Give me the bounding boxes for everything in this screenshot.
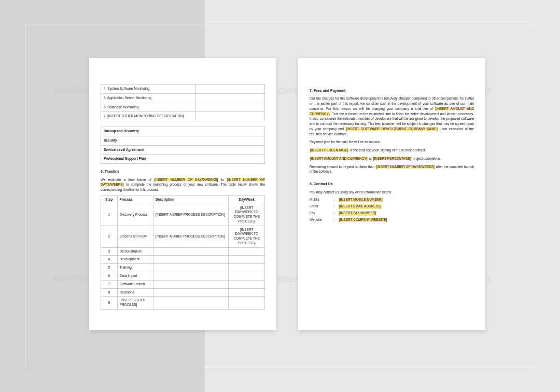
section-8-title: 8. Contact Us bbox=[310, 181, 474, 186]
monitoring-item: 5. Application Server Monitoring bbox=[101, 93, 196, 103]
timeline-table: Step Process Description Day/Week 1Disco… bbox=[101, 195, 265, 310]
section-7-title: 7. Fees and Payment bbox=[310, 88, 474, 93]
placeholder: [INSERT AMOUNT AND CURRENCY] bbox=[310, 157, 368, 160]
placeholder: [INSERT FAX NUMBER] bbox=[339, 211, 376, 216]
support-table: Backup and Recovery Security Service Lev… bbox=[101, 127, 265, 164]
monitoring-item: 6. Database Monitoring bbox=[101, 103, 196, 112]
table-row: 2Screens and Flow[INSERT A BRIEF PROCESS… bbox=[101, 226, 265, 247]
payment-line-1: [INSERT PERCENTAGE] of the total fee upo… bbox=[310, 148, 474, 153]
placeholder: [INSERT NUMBER OF DAYS/WEEKS] bbox=[375, 165, 435, 169]
placeholder: [INSERT MOBILE NUMBER] bbox=[339, 198, 383, 202]
section-6-text: We estimate a time frame of [INSERT NUMB… bbox=[101, 177, 265, 192]
support-item: Security bbox=[101, 136, 265, 145]
monitoring-item: 7. [INSERT OTHER MONITORING SPECIFICATIO… bbox=[101, 112, 196, 121]
section-6-title: 6. Timeline bbox=[101, 169, 265, 174]
col-description: Description bbox=[153, 195, 229, 204]
monitoring-table: 4. System Software Monitoring 5. Applica… bbox=[101, 84, 265, 121]
contact-email: Email:[INSERT EMAIL ADDRESS] bbox=[310, 204, 474, 209]
placeholder: [INSERT SOFTWARE DEVELOPMENT COMPANY NAM… bbox=[345, 127, 438, 131]
contact-intro: You may contact us using any of the info… bbox=[310, 190, 474, 195]
placeholder: [INSERT COMPANY WEBSITE] bbox=[339, 218, 387, 222]
support-item: Service Level Agreement bbox=[101, 145, 265, 155]
col-day: Day/Week bbox=[229, 195, 265, 204]
col-process: Process bbox=[117, 195, 153, 204]
contact-mobile: Mobile:[INSERT MOBILE NUMBER] bbox=[310, 198, 474, 202]
table-row: 9[INSERT OTHER PROCESS] bbox=[101, 297, 265, 310]
payment-line-3: Remaining amount to be paid not later th… bbox=[310, 164, 474, 175]
monitoring-item: 4. System Software Monitoring bbox=[101, 85, 196, 94]
payment-plan-intro: Payment plan for the said fee will be as… bbox=[310, 139, 474, 145]
placeholder: [INSERT PERCENTAGE] bbox=[310, 148, 348, 152]
placeholder: [INSERT PERCENTAGE] bbox=[373, 157, 412, 160]
contact-website: Website:[INSERT COMPANY WEBSITE] bbox=[310, 218, 474, 222]
contact-fax: Fax:[INSERT FAX NUMBER] bbox=[310, 211, 474, 216]
table-row: 6Data Import bbox=[101, 272, 265, 281]
document-page-1: 4. System Software Monitoring 5. Applica… bbox=[89, 58, 276, 330]
table-row: 4Development bbox=[101, 256, 265, 264]
fees-paragraph: Our fee charges for this software develo… bbox=[310, 96, 474, 136]
support-item: Professional Support Plan bbox=[101, 155, 265, 164]
col-step: Step bbox=[101, 195, 118, 204]
placeholder: [INSERT NUMBER OF DAYS/WEEKS] bbox=[154, 178, 218, 181]
table-row: 3Demonstration bbox=[101, 247, 265, 256]
table-row: 5Training bbox=[101, 264, 265, 272]
document-page-2: 7. Fees and Payment Our fee charges for … bbox=[298, 58, 485, 330]
payment-line-2: [INSERT AMOUNT AND CURRENCY] at [INSERT … bbox=[310, 156, 474, 161]
table-row: 7Software Launch bbox=[101, 280, 265, 288]
table-row: 8Revisions bbox=[101, 288, 265, 297]
support-item: Backup and Recovery bbox=[101, 127, 265, 136]
placeholder: [INSERT EMAIL ADDRESS] bbox=[339, 204, 382, 209]
table-row: 1Discovery Process[INSERT A BRIEF PROCES… bbox=[101, 204, 265, 226]
